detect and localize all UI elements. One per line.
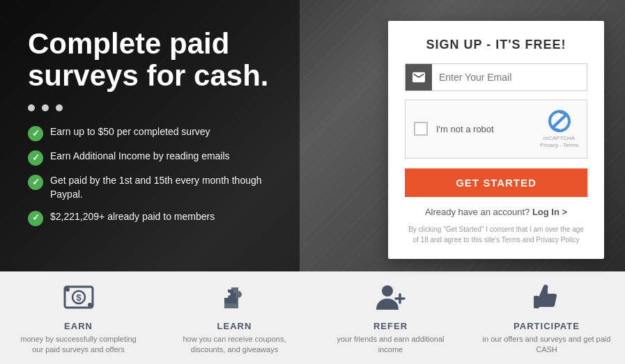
check-icon-4 bbox=[28, 211, 43, 226]
already-account-text: Already have an account? Log In > bbox=[405, 207, 587, 217]
login-link[interactable]: Log In > bbox=[532, 207, 567, 217]
recaptcha-spinner-icon bbox=[547, 109, 572, 134]
hero-section: Complete paid surveys for cash. Earn up … bbox=[0, 0, 625, 271]
check-icon-3 bbox=[28, 175, 43, 190]
svg-point-5 bbox=[382, 285, 393, 296]
email-input[interactable] bbox=[432, 64, 587, 90]
participate-icon bbox=[530, 280, 564, 315]
svg-point-3 bbox=[65, 287, 70, 292]
check-icon-2 bbox=[28, 150, 43, 166]
recaptcha-brand-label: reCAPTCHA bbox=[540, 135, 578, 142]
dot-1 bbox=[28, 104, 35, 111]
hero-bullets-list: Earn up to $50 per completed survey Earn… bbox=[28, 125, 272, 225]
bullet-3: Get paid by the 1st and 15th every month… bbox=[28, 174, 272, 201]
thumbsup-icon bbox=[530, 280, 564, 315]
recaptcha-privacy-text: Privacy - Terms bbox=[540, 142, 578, 149]
email-input-wrapper bbox=[405, 63, 587, 91]
bullet-3-text: Get paid by the 1st and 15th every month… bbox=[50, 174, 272, 201]
recaptcha-widget: I'm not a robot reCAPTCHA Privacy - Term… bbox=[405, 100, 587, 159]
signup-title: SIGN UP - IT'S FREE! bbox=[405, 38, 587, 52]
bottom-item-learn: LEARN how you can receive coupons, disco… bbox=[157, 274, 313, 363]
svg-text:$: $ bbox=[76, 292, 82, 303]
bottom-item-refer: REFER your friends and earn additional i… bbox=[313, 274, 469, 363]
bullet-4-text: $2,221,209+ already paid to members bbox=[50, 210, 215, 224]
dot-3 bbox=[56, 104, 63, 111]
earn-icon: $ bbox=[61, 280, 96, 315]
person-add-icon bbox=[373, 280, 408, 315]
recaptcha-logo: reCAPTCHA Privacy - Terms bbox=[540, 109, 578, 150]
email-icon bbox=[412, 71, 425, 84]
participate-desc: in our offers and surveys and get paid C… bbox=[483, 334, 611, 356]
bottom-item-earn: $ EARN money by successfully completing … bbox=[1, 274, 157, 363]
hero-dots bbox=[28, 104, 272, 111]
hero-title: Complete paid surveys for cash. bbox=[28, 28, 272, 92]
bottom-bar: $ EARN money by successfully completing … bbox=[0, 271, 625, 364]
bullet-4: $2,221,209+ already paid to members bbox=[28, 210, 272, 226]
participate-label: PARTICIPATE bbox=[514, 321, 580, 331]
svg-rect-8 bbox=[534, 296, 539, 308]
already-text: Already have an account? bbox=[425, 207, 530, 217]
learn-label: LEARN bbox=[217, 321, 252, 331]
refer-desc: your friends and earn additional income bbox=[327, 334, 455, 356]
earn-desc: money by successfully completing our pai… bbox=[15, 334, 143, 356]
get-started-button[interactable]: GET STARTED bbox=[405, 168, 587, 197]
recaptcha-left: I'm not a robot bbox=[414, 122, 494, 136]
email-icon-box bbox=[406, 64, 432, 90]
refer-label: REFER bbox=[373, 321, 408, 331]
bullet-1-text: Earn up to $50 per completed survey bbox=[50, 125, 210, 139]
bullet-2: Earn Additional Income by reading emails bbox=[28, 150, 272, 166]
dollar-icon: $ bbox=[62, 281, 95, 315]
puzzle-icon bbox=[217, 280, 252, 315]
bottom-item-participate: PARTICIPATE in our offers and surveys an… bbox=[469, 274, 625, 363]
earn-label: EARN bbox=[64, 321, 93, 331]
recaptcha-brand-text: reCAPTCHA Privacy - Terms bbox=[540, 135, 578, 150]
bullet-1: Earn up to $50 per completed survey bbox=[28, 125, 272, 141]
learn-desc: how you can receive coupons, discounts, … bbox=[171, 334, 299, 356]
signup-card: SIGN UP - IT'S FREE! I'm not a robot bbox=[388, 21, 604, 259]
bullet-2-text: Earn Additional Income by reading emails bbox=[50, 150, 230, 164]
recaptcha-checkbox[interactable] bbox=[414, 122, 428, 136]
consent-text: By clicking "Get Started" I consent that… bbox=[405, 224, 587, 245]
learn-icon bbox=[217, 280, 252, 315]
dot-2 bbox=[42, 104, 49, 111]
refer-icon bbox=[373, 280, 408, 315]
recaptcha-label: I'm not a robot bbox=[436, 124, 494, 134]
svg-point-4 bbox=[88, 303, 92, 307]
check-icon-1 bbox=[28, 126, 43, 141]
hero-left: Complete paid surveys for cash. Earn up … bbox=[0, 0, 300, 271]
